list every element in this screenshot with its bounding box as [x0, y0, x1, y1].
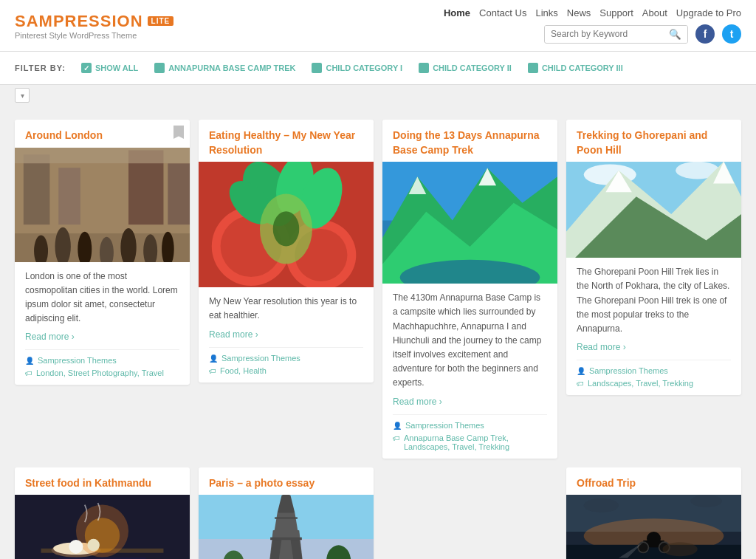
card-annapurna-trek: Doing the 13 Days Annapurna Base Camp Tr… — [382, 120, 557, 459]
svg-rect-3 — [58, 168, 80, 224]
card-image-paris — [199, 495, 374, 559]
svg-point-24 — [273, 211, 300, 246]
logo-subtitle: Pinterest Style WordPress Theme — [15, 31, 173, 40]
nav-home[interactable]: Home — [444, 7, 470, 18]
card-desc-4: The Ghorepani Poon Hill Trek lies in the… — [577, 265, 731, 336]
user-icon-3 — [393, 421, 402, 430]
user-icon-2 — [209, 354, 218, 363]
filter-label: FILTER BY: — [15, 64, 66, 72]
nav-contact[interactable]: Contact Us — [479, 7, 526, 18]
card-image-trek — [382, 162, 557, 284]
card-eating-healthy: Eating Healthy – My New Year Resolution — [199, 120, 374, 383]
svg-point-45 — [69, 540, 83, 554]
facebook-icon[interactable]: f — [695, 24, 715, 44]
filter-show-all[interactable]: ✓ SHOW ALL — [77, 61, 142, 75]
card-ghorepani: Trekking to Ghorepani and Poon Hill — [566, 120, 741, 395]
nav-area: Home Contact Us Links News Support About… — [444, 7, 741, 44]
nav-links: Home Contact Us Links News Support About… — [444, 7, 741, 18]
card-image-food — [199, 162, 374, 287]
street-food-illustration — [15, 495, 190, 559]
filter-child-cat-3[interactable]: CHILD CATEGORY III — [523, 61, 628, 75]
card-image-offroad — [566, 495, 741, 559]
logo-area: SAMPRESSION LITE Pinterest Style WordPre… — [15, 12, 173, 40]
card-title-4[interactable]: Trekking to Ghorepani and Poon Hill — [566, 120, 741, 162]
card-title-3[interactable]: Doing the 13 Days Annapurna Base Camp Tr… — [382, 120, 557, 162]
trek-illustration — [382, 162, 557, 284]
chevron-down-icon: ▾ — [21, 92, 24, 100]
logo-lite-badge: LITE — [148, 16, 174, 26]
filter-child-cat-2[interactable]: CHILD CATEGORY II — [414, 61, 516, 75]
card-image-london — [15, 148, 190, 262]
filter-bar: FILTER BY: ✓ SHOW ALL ANNAPURNA BASE CAM… — [0, 52, 756, 85]
card-title-5[interactable]: Street food in Kathmandu — [15, 467, 190, 495]
filter-annapurna[interactable]: ANNAPURNA BASE CAMP TREK — [150, 61, 300, 75]
header: SAMPRESSION LITE Pinterest Style WordPre… — [0, 0, 756, 52]
card-tags-4: Landscapes, Travel, Trekking — [577, 379, 731, 388]
card-title-area-1: Around London — [15, 120, 190, 148]
card-author-2: Sampression Themes — [209, 354, 363, 363]
tag-icon-2 — [209, 366, 216, 375]
search-input[interactable] — [545, 26, 663, 42]
twitter-icon[interactable]: t — [722, 24, 741, 44]
search-box: 🔍 — [544, 25, 688, 44]
svg-rect-59 — [270, 538, 302, 541]
card-offroad: Offroad Trip — [566, 467, 741, 560]
svg-rect-2 — [24, 154, 50, 224]
svg-rect-13 — [15, 148, 190, 163]
svg-rect-60 — [275, 517, 298, 518]
card-image-mountain — [566, 162, 741, 258]
logo[interactable]: SAMPRESSION LITE — [15, 12, 173, 31]
nav-bottom: 🔍 f t — [544, 24, 741, 44]
card-image-street — [15, 495, 190, 559]
read-more-2[interactable]: Read more › — [209, 329, 363, 340]
card-desc-1: London is one of the most cosmopolitan c… — [25, 270, 179, 326]
nav-support[interactable]: Support — [599, 7, 633, 18]
read-more-1[interactable]: Read more › — [25, 332, 179, 342]
card-title-6[interactable]: Paris – a photo essay — [199, 467, 374, 495]
card-desc-2: My New Year resolution this year is to e… — [209, 295, 363, 323]
main-content: Around London — [0, 109, 756, 559]
card-around-london: Around London — [15, 120, 190, 385]
food-illustration — [199, 162, 374, 287]
user-icon-4 — [577, 366, 585, 375]
svg-point-71 — [638, 542, 648, 552]
card-title-2[interactable]: Eating Healthy – My New Year Resolution — [199, 120, 374, 162]
card-tags-1: London, Street Photography, Travel — [25, 368, 179, 377]
paris-illustration — [199, 495, 374, 559]
card-street-food: Street food in Kathmandu — [15, 467, 190, 560]
card-title-1[interactable]: Around London — [15, 120, 190, 148]
svg-point-75 — [584, 498, 619, 512]
read-more-3[interactable]: Read more › — [393, 397, 547, 407]
card-meta-3: Sampression Themes Annapurna Base Camp T… — [393, 414, 547, 451]
tag-icon-1 — [25, 368, 32, 377]
tag-icon-4 — [577, 379, 584, 388]
london-illustration — [15, 148, 190, 262]
nav-news[interactable]: News — [567, 7, 591, 18]
tag-icon-3 — [393, 433, 400, 442]
logo-name: SAMPRESSION — [15, 12, 143, 31]
read-more-4[interactable]: Read more › — [577, 342, 731, 352]
svg-rect-5 — [168, 163, 190, 224]
card-grid: Around London — [15, 120, 741, 559]
card-author-4: Sampression Themes — [577, 366, 731, 375]
mountain-illustration — [566, 162, 741, 258]
card-paris: Paris – a photo essay — [199, 467, 374, 560]
card-meta-2: Sampression Themes Food, Health — [209, 347, 363, 375]
card-body-3: The 4130m Annapurna Base Camp is a camps… — [382, 284, 557, 458]
nav-about[interactable]: About — [642, 7, 667, 18]
nav-upgrade[interactable]: Upgrade to Pro — [676, 7, 741, 18]
card-body-2: My New Year resolution this year is to e… — [199, 287, 374, 382]
card-author-1: Sampression Themes — [25, 356, 179, 365]
nav-links-item[interactable]: Links — [535, 7, 557, 18]
filter-child-cat-1[interactable]: CHILD CATEGORY I — [307, 61, 407, 75]
card-title-8[interactable]: Offroad Trip — [566, 467, 741, 495]
card-tags-3: Annapurna Base Camp Trek, Landscapes, Tr… — [393, 433, 547, 451]
card-body-4: The Ghorepani Poon Hill Trek lies in the… — [566, 258, 741, 395]
filter-dropdown-button[interactable]: ▾ — [15, 88, 30, 103]
card-tags-2: Food, Health — [209, 366, 363, 375]
svg-point-76 — [690, 495, 722, 507]
user-icon-1 — [25, 356, 34, 365]
search-button[interactable]: 🔍 — [663, 26, 687, 43]
svg-point-46 — [87, 539, 100, 552]
card-meta-1: Sampression Themes London, Street Photog… — [25, 349, 179, 377]
